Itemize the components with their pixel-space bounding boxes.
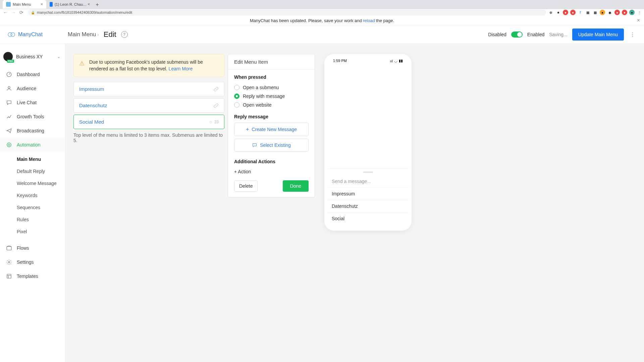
- manychat-logo-icon: [7, 31, 15, 39]
- subnav-welcome[interactable]: Welcome Message: [17, 177, 65, 189]
- menu-item-editing[interactable]: ☺ 23: [73, 115, 224, 129]
- button-label: Select Existing: [260, 142, 291, 148]
- sidebar-item-automation[interactable]: Automation: [0, 138, 65, 152]
- button-label: Create New Message: [252, 127, 297, 132]
- main-area: ⚠ Due to upcoming Facebook's update subm…: [65, 44, 644, 362]
- flows-icon: [6, 245, 12, 251]
- growth-icon: [6, 114, 12, 120]
- automation-submenu: Main Menu Default Reply Welcome Message …: [0, 152, 65, 241]
- phone-preview: 1:59 PM ııl ◡ ▮▮ Send a message... Impre…: [324, 54, 412, 231]
- kebab-menu-icon[interactable]: ⋮: [629, 32, 637, 38]
- browser-tab[interactable]: (1) Leon R. Chaudhari | Facebo ×: [46, 0, 93, 9]
- extension-icon[interactable]: f: [578, 10, 583, 15]
- subnav-sequences[interactable]: Sequences: [17, 201, 65, 214]
- subnav-pixel[interactable]: Pixel: [17, 226, 65, 238]
- menu-item-input[interactable]: [79, 119, 207, 125]
- sidebar-item-label: Growth Tools: [17, 114, 44, 119]
- sidebar-item-audience[interactable]: Audience: [0, 81, 65, 96]
- extension-icon[interactable]: ◉: [607, 10, 612, 15]
- sidebar-item-flows[interactable]: Flows: [0, 241, 65, 255]
- done-button[interactable]: Done: [283, 180, 309, 192]
- forward-icon[interactable]: →: [10, 9, 17, 16]
- enable-toggle[interactable]: [511, 32, 523, 38]
- radio-label: Open a submenu: [243, 85, 279, 90]
- learn-more-link[interactable]: Learn More: [169, 66, 193, 71]
- extension-icon[interactable]: ●: [600, 10, 605, 15]
- sidebar-item-dashboard[interactable]: Dashboard: [0, 67, 65, 81]
- phone-chat-area: [328, 65, 408, 169]
- close-icon[interactable]: ×: [41, 2, 43, 7]
- address-bar: ← → ⟳ 🔒 manychat.com/fb181039442408309/a…: [0, 9, 644, 16]
- select-existing-button[interactable]: Select Existing: [234, 139, 309, 152]
- add-action-button[interactable]: + Action: [234, 168, 309, 176]
- tab-title: (1) Leon R. Chaudhari | Facebo: [55, 2, 88, 6]
- extension-icons: ⊕ ★ ● ● f ▦ ▦ ● ◉ ● ● ● ⋮: [548, 10, 642, 15]
- delete-button[interactable]: Delete: [234, 180, 258, 192]
- close-icon[interactable]: ×: [88, 2, 90, 7]
- phone-menu-item[interactable]: Impressum: [328, 187, 408, 200]
- sidebar: PRO Business XY ⌄ Dashboard Audience Liv…: [0, 44, 65, 362]
- automation-icon: [6, 142, 12, 148]
- dashboard-icon: [6, 71, 12, 77]
- panel-title: Edit Menu Item: [228, 54, 315, 70]
- sidebar-item-broadcasting[interactable]: Broadcasting: [0, 124, 65, 138]
- link-icon: [213, 86, 219, 92]
- app-body: PRO Business XY ⌄ Dashboard Audience Liv…: [0, 44, 644, 362]
- new-tab-button[interactable]: +: [93, 1, 101, 9]
- breadcrumb-root[interactable]: Main Menu: [68, 31, 96, 38]
- extension-icon[interactable]: ●: [622, 10, 627, 15]
- smile-icon[interactable]: ☺: [209, 120, 213, 124]
- menu-item[interactable]: Datenschutz: [73, 98, 224, 113]
- banner-reload-link[interactable]: reload: [363, 18, 375, 23]
- back-icon[interactable]: ←: [2, 9, 9, 16]
- extension-icon[interactable]: ▦: [592, 10, 598, 15]
- browser-chrome: Main Menu × (1) Leon R. Chaudhari | Face…: [0, 0, 644, 16]
- reload-icon[interactable]: ⟳: [18, 9, 25, 16]
- radio-reply-message[interactable]: Reply with message: [234, 92, 309, 101]
- subnav-main-menu[interactable]: Main Menu: [17, 153, 65, 165]
- chat-icon: [252, 142, 257, 148]
- sidebar-item-templates[interactable]: Templates: [0, 269, 65, 283]
- extension-icon[interactable]: ●: [563, 10, 568, 15]
- tab-bar: Main Menu × (1) Leon R. Chaudhari | Face…: [0, 0, 644, 9]
- sidebar-item-label: Templates: [17, 274, 38, 279]
- business-selector[interactable]: PRO Business XY ⌄: [0, 50, 65, 67]
- close-icon[interactable]: ×: [637, 17, 640, 23]
- extension-icon[interactable]: ★: [555, 10, 561, 15]
- svg-rect-6: [7, 247, 11, 250]
- subnav-default-reply[interactable]: Default Reply: [17, 165, 65, 177]
- phone-message-input[interactable]: Send a message...: [328, 175, 408, 187]
- update-banner: ManyChat has been updated. Please, save …: [0, 16, 644, 25]
- extension-icon[interactable]: ⊕: [548, 10, 553, 15]
- banner-text-post: the page.: [376, 18, 394, 23]
- breadcrumb: Main Menu › Edit ?: [68, 30, 128, 39]
- help-icon[interactable]: ?: [121, 31, 128, 38]
- browser-tab[interactable]: Main Menu ×: [3, 0, 46, 9]
- radio-open-website[interactable]: Open website: [234, 101, 309, 109]
- avatar-icon[interactable]: ●: [629, 10, 635, 15]
- sidebar-item-settings[interactable]: Settings: [0, 255, 65, 269]
- subnav-rules[interactable]: Rules: [17, 214, 65, 226]
- sidebar-item-livechat[interactable]: Live Chat: [0, 96, 65, 110]
- sidebar-item-growth[interactable]: Growth Tools: [0, 110, 65, 124]
- drag-handle-icon[interactable]: [363, 172, 373, 173]
- phone-menu-item[interactable]: Datenschutz: [328, 200, 408, 212]
- url-field[interactable]: 🔒 manychat.com/fb181039442408309/automat…: [28, 9, 546, 15]
- logo-section[interactable]: ManyChat: [7, 31, 68, 39]
- extension-icon[interactable]: ▦: [585, 10, 590, 15]
- phone-menu-item[interactable]: Social: [328, 212, 408, 225]
- reply-message-label: Reply message: [234, 114, 309, 119]
- subnav-keywords[interactable]: Keywords: [17, 189, 65, 201]
- menu-icon[interactable]: ⋮: [637, 10, 642, 15]
- sidebar-item-label: Settings: [17, 259, 34, 265]
- tab-title: Main Menu: [13, 2, 31, 6]
- edit-menu-item-panel: Edit Menu Item When pressed Open a subme…: [228, 54, 315, 197]
- create-new-message-button[interactable]: + Create New Message: [234, 123, 309, 136]
- svg-rect-8: [7, 274, 11, 278]
- header-actions: Disabled Enabled Saving... Update Main M…: [488, 28, 637, 41]
- menu-item[interactable]: Impressum: [73, 82, 224, 96]
- update-main-menu-button[interactable]: Update Main Menu: [572, 28, 624, 41]
- extension-icon[interactable]: ●: [570, 10, 576, 15]
- extension-icon[interactable]: ●: [614, 10, 620, 15]
- radio-open-submenu[interactable]: Open a submenu: [234, 83, 309, 92]
